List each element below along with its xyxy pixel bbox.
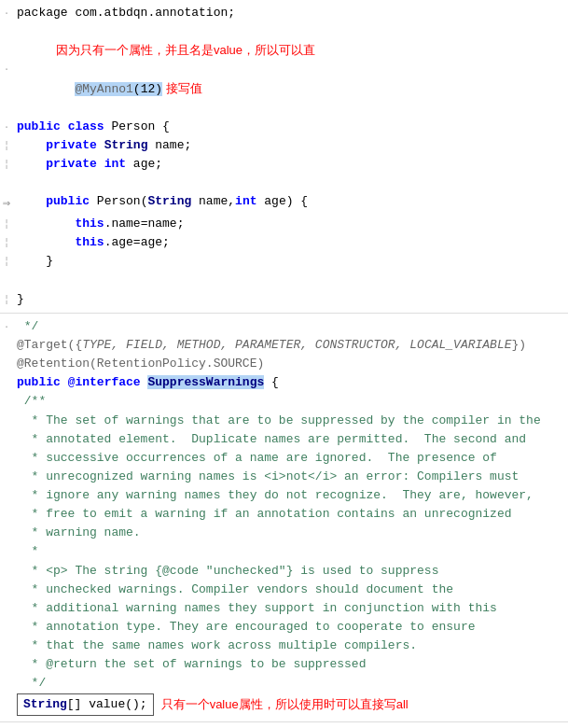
jd-line-2: * The set of warnings that are to be sup… [0, 412, 568, 430]
jd-line-9: * [0, 542, 568, 561]
line-content: private int age; [13, 155, 568, 174]
line-content: * free to emit a warning if an annotatio… [13, 505, 568, 524]
gutter: · [0, 60, 13, 77]
gutter: · [0, 317, 13, 335]
line-content: * that the same names work across multip… [13, 637, 568, 655]
line-class: · public class Person { [0, 118, 568, 136]
line-content: * ignore any warning names they do not r… [13, 486, 568, 505]
gutter: ¦ [0, 155, 13, 173]
divider-2 [0, 721, 568, 722]
gutter: ¦ [0, 290, 13, 308]
line-content [13, 272, 568, 290]
line-content: String[] value(); 只有一个value属性，所以使用时可以直接写… [13, 693, 568, 716]
line-content: * annotated element. Duplicate names are… [13, 430, 568, 449]
line-content: this.age=age; [13, 233, 568, 252]
gutter [0, 449, 13, 451]
line-content: private String name; [13, 136, 568, 155]
line-blank-2 [0, 174, 568, 192]
line-content: */ [13, 674, 568, 693]
jd-line-7: * free to emit a warning if an annotatio… [0, 505, 568, 524]
gutter [0, 581, 13, 582]
line-blank-1 [0, 22, 568, 41]
gutter [0, 392, 13, 394]
jd-line-11: * unchecked warnings. Compiler vendors s… [0, 581, 568, 599]
line-1: · package com.atbdqn.annotation; [0, 4, 568, 22]
line-content: public Person(String name,int age) { [13, 192, 568, 211]
code-section-2: · */ @Target({TYPE, FIELD, METHOD, PARAM… [0, 317, 568, 716]
line-interface-decl: public @interface SuppressWarnings { [0, 373, 568, 392]
line-this-name: ¦ this.name=name; [0, 215, 568, 233]
gutter [0, 505, 13, 507]
jd-line-16: */ [0, 674, 568, 693]
value-box: String[] value(); [17, 693, 154, 716]
gutter [0, 373, 13, 375]
line-field-name: ¦ private String name; [0, 136, 568, 155]
jd-line-10: * <p> The string {@code "unchecked"} is … [0, 562, 568, 581]
jd-line-1: /** [0, 392, 568, 411]
line-target-anno: @Target({TYPE, FIELD, METHOD, PARAMETER,… [0, 336, 568, 355]
jd-line-3: * annotated element. Duplicate names are… [0, 430, 568, 449]
line-this-age: ¦ this.age=age; [0, 233, 568, 252]
gutter [0, 655, 13, 657]
gutter: ¦ [0, 233, 13, 251]
gutter [0, 412, 13, 413]
gutter [0, 542, 13, 544]
gutter [0, 336, 13, 338]
gutter [0, 599, 13, 601]
gutter [0, 486, 13, 488]
divider-1 [0, 313, 568, 314]
line-content: } [13, 252, 568, 271]
line-anno: · @MyAnno1(12) 接写值 [0, 60, 568, 117]
gutter: ¦ [0, 252, 13, 270]
jd-line-12: * additional warning names they support … [0, 599, 568, 618]
gutter [0, 22, 13, 24]
line-content: * <p> The string {@code "unchecked"} is … [13, 562, 568, 581]
line-close-class: ¦ } [0, 290, 568, 309]
line-content: @Target({TYPE, FIELD, METHOD, PARAMETER,… [13, 336, 568, 355]
gutter [0, 704, 13, 706]
gutter: ¦ [0, 136, 13, 154]
line-content: public @interface SuppressWarnings { [13, 373, 568, 392]
line-retention-anno: @Retention(RetentionPolicy.SOURCE) [0, 355, 568, 373]
line-constructor: ⇒ public Person(String name,int age) { [0, 192, 568, 215]
jd-line-5: * unrecognized warning names is <i>not</… [0, 468, 568, 486]
gutter [0, 674, 13, 676]
jd-line-14: * that the same names work across multip… [0, 637, 568, 655]
line-content: @MyAnno1(12) 接写值 [13, 60, 568, 117]
line-content: this.name=name; [13, 215, 568, 233]
line-content [13, 174, 568, 192]
line-cn-1: 因为只有一个属性，并且名是value，所以可以直 [0, 41, 568, 60]
gutter: ¦ [0, 215, 13, 232]
gutter [0, 637, 13, 638]
gutter [0, 468, 13, 469]
line-content: * additional warning names they support … [13, 599, 568, 618]
gutter: ⇒ [0, 192, 13, 215]
line-blank-3 [0, 272, 568, 290]
line-content: * annotation type. They are encouraged t… [13, 618, 568, 637]
line-content: * @return the set of warnings to be supp… [13, 655, 568, 674]
gutter [0, 174, 13, 175]
line-content: public class Person { [13, 118, 568, 136]
line-field-age: ¦ private int age; [0, 155, 568, 174]
javadoc-block: /** * The set of warnings that are to be… [0, 392, 568, 693]
line-close-constructor: ¦ } [0, 252, 568, 271]
code-section-1: · package com.atbdqn.annotation; 因为只有一个属… [0, 4, 568, 309]
jd-line-15: * @return the set of warnings to be supp… [0, 655, 568, 674]
gutter [0, 618, 13, 620]
line-content: * [13, 542, 568, 561]
line-value-method: String[] value(); 只有一个value属性，所以使用时可以直接写… [0, 693, 568, 716]
cn-annotation-1: 因为只有一个属性，并且名是value，所以可以直 [56, 41, 315, 60]
gutter: · [0, 118, 13, 135]
gutter [0, 272, 13, 273]
gutter [0, 524, 13, 525]
line-content: */ [13, 317, 568, 336]
line-content: package com.atbdqn.annotation; [13, 4, 568, 22]
line-content: * warning name. [13, 524, 568, 542]
line-content: @Retention(RetentionPolicy.SOURCE) [13, 355, 568, 373]
code-editor: · package com.atbdqn.annotation; 因为只有一个属… [0, 0, 568, 728]
line-content: /** [13, 392, 568, 411]
gutter [0, 355, 13, 357]
line-content [13, 22, 568, 41]
line-content: * unchecked warnings. Compiler vendors s… [13, 581, 568, 599]
gutter: · [0, 4, 13, 21]
